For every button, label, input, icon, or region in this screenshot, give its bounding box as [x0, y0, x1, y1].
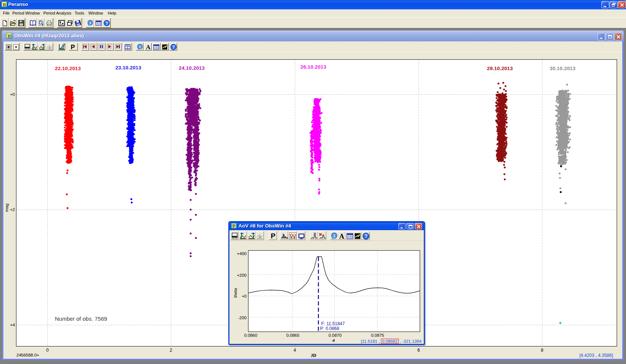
svg-text:P: P	[232, 223, 235, 229]
svg-text:i: i	[139, 44, 140, 49]
svg-text:i: i	[334, 233, 335, 239]
svg-text:A: A	[339, 232, 344, 240]
svg-text:P: P	[3, 2, 6, 7]
svg-text:P: P	[271, 232, 276, 240]
svg-text:A: A	[146, 44, 151, 50]
svg-text:?: ?	[364, 233, 367, 239]
svg-text:P: P	[71, 44, 75, 50]
svg-text:?: ?	[105, 21, 108, 26]
svg-text:i: i	[90, 21, 91, 25]
svg-text:P: P	[8, 33, 11, 39]
svg-text:?: ?	[172, 45, 175, 50]
